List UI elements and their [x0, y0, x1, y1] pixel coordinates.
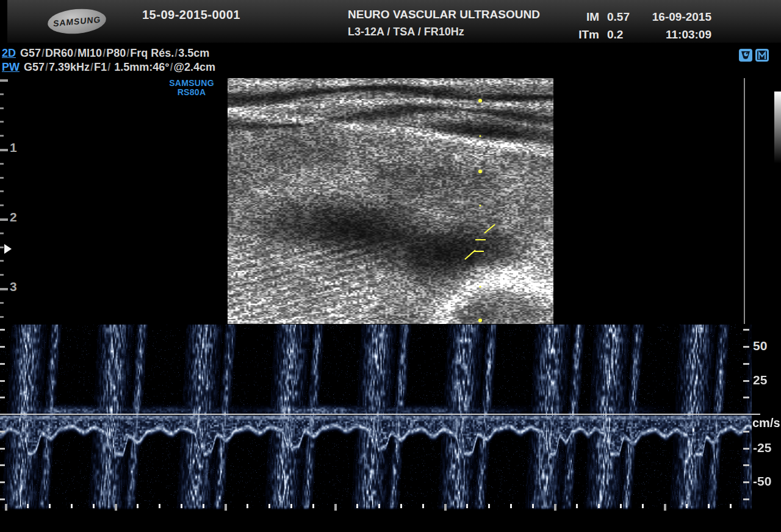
pw-line-dot: [479, 135, 481, 137]
time-minor-tick: [620, 504, 622, 508]
time-major-tick: [334, 504, 337, 511]
time-minor-tick: [268, 504, 270, 508]
time-minor-tick: [466, 504, 468, 508]
machine-brand-label: SAMSUNG RS80A: [165, 79, 218, 97]
velocity-tick-right: [743, 498, 749, 500]
ruler-minor-tick: [0, 190, 4, 192]
ruler-minor-tick: [0, 316, 4, 318]
ultrasound-screen: SAMSUNG 15-09-2015-0001 NEURO VASCULAR U…: [0, 0, 781, 532]
ruler-major-tick: [0, 79, 8, 82]
ruler-major-tick: [0, 149, 8, 151]
velocity-tick-right: [743, 329, 749, 331]
time-minor-tick: [290, 504, 292, 508]
time-minor-tick: [247, 504, 248, 508]
doppler-spectrum: [0, 325, 752, 509]
velocity-tick-right: [743, 380, 749, 382]
time-major-tick: [225, 504, 227, 511]
velocity-tick-left: [0, 498, 5, 500]
param-segment: MI10: [77, 47, 102, 59]
samsung-logo: SAMSUNG: [46, 7, 107, 36]
tim-value: 0.2: [607, 26, 623, 43]
time-minor-tick: [356, 504, 358, 508]
velocity-tick-right: [743, 448, 749, 450]
param-segment: G57: [20, 47, 41, 59]
velocity-unit-label: cm/s: [752, 416, 780, 430]
pw-parameters: G57/7.39kHz/F1/ 1.5mm:46°/@2.4cm: [24, 61, 215, 73]
time-minor-tick: [400, 504, 402, 508]
ruler-minor-tick: [0, 232, 4, 234]
time-minor-tick: [71, 504, 73, 508]
ruler-minor-tick: [0, 121, 4, 123]
time-minor-tick: [576, 504, 578, 508]
exam-time: 11:03:09: [641, 26, 711, 43]
focus-marker-icon[interactable]: [4, 244, 12, 254]
time-minor-tick: [378, 504, 380, 508]
time-major-tick: [554, 504, 556, 511]
time-minor-tick: [312, 504, 314, 508]
velocity-tick-left: [0, 448, 5, 450]
velocity-tick-right: [743, 464, 749, 466]
image-right-divider: [744, 78, 745, 324]
ruler-depth-label: 1: [10, 140, 17, 155]
ruler-minor-tick: [0, 135, 4, 137]
ruler-minor-tick: [0, 260, 4, 262]
param-separator: /: [41, 47, 45, 59]
angle-correct-line: [465, 250, 475, 259]
param-line-pw: PWG57/7.39kHz/F1/ 1.5mm:46°/@2.4cm: [2, 60, 215, 74]
param-segment: 3.5cm: [178, 47, 209, 59]
time-minor-tick: [137, 504, 139, 508]
doppler-baseline: [0, 414, 760, 415]
probe-icon[interactable]: [739, 49, 752, 62]
velocity-scale-label: 25: [753, 373, 767, 387]
ruler-minor-tick: [0, 163, 4, 165]
ruler-minor-tick: [0, 246, 4, 248]
exam-date: 16-09-2015: [641, 8, 711, 26]
time-minor-tick: [27, 504, 29, 508]
pw-line-dot: [479, 286, 481, 287]
ruler-major-tick: [0, 218, 8, 221]
time-minor-tick: [686, 504, 688, 508]
ruler-minor-tick: [0, 204, 4, 206]
mi-value: 0.57: [607, 8, 630, 26]
time-major-tick: [664, 504, 666, 511]
probe-icon-glyph: [740, 50, 751, 60]
2d-parameters: G57/DR60/MI10/P80/Frq Rés./3.5cm: [20, 47, 209, 59]
m-mode-icon[interactable]: [755, 49, 769, 62]
brand-line1: SAMSUNG: [165, 79, 218, 88]
pw-cursor-overlay: [228, 78, 553, 324]
ruler-major-tick: [0, 288, 8, 290]
study-title: NEURO VASCULAR ULTRASOUND: [348, 8, 540, 21]
time-minor-tick: [510, 504, 512, 508]
pw-line-dot: [479, 204, 481, 206]
velocity-tick-right: [743, 397, 749, 398]
velocity-tick-right: [743, 431, 749, 433]
time-major-tick: [444, 504, 447, 511]
param-separator: /: [45, 61, 49, 73]
time-minor-tick: [532, 504, 534, 508]
velocity-scale-label: 50: [753, 339, 767, 353]
velocity-tick-left: [0, 380, 5, 382]
tab-pw-mode[interactable]: PW: [2, 61, 20, 73]
tim-label: ITm: [567, 26, 599, 43]
ruler-minor-tick: [0, 93, 4, 95]
param-segment: G57: [24, 61, 45, 73]
velocity-tick-right: [743, 363, 749, 365]
param-line-2d: 2DG57/DR60/MI10/P80/Frq Rés./3.5cm: [2, 46, 215, 60]
time-minor-tick: [708, 504, 710, 508]
time-major-tick: [115, 504, 117, 511]
param-segment: 7.39kHz: [49, 61, 90, 73]
velocity-scale-label: -25: [753, 440, 771, 455]
ruler-minor-tick: [0, 107, 4, 109]
param-segment: P80: [106, 47, 126, 59]
velocity-tick-left: [0, 329, 5, 331]
mi-label: IM: [567, 8, 599, 26]
time-minor-tick: [488, 504, 490, 508]
param-segment: @2.4cm: [173, 61, 215, 73]
ruler-depth-label: 3: [10, 279, 17, 294]
velocity-tick-left: [0, 397, 5, 398]
tab-2d-mode[interactable]: 2D: [2, 47, 16, 59]
patient-id: 15-09-2015-0001: [142, 8, 240, 22]
datetime-block: 16-09-2015 11:03:09: [641, 8, 711, 43]
velocity-tick-right: [743, 346, 749, 348]
velocity-tick-left: [0, 363, 5, 365]
